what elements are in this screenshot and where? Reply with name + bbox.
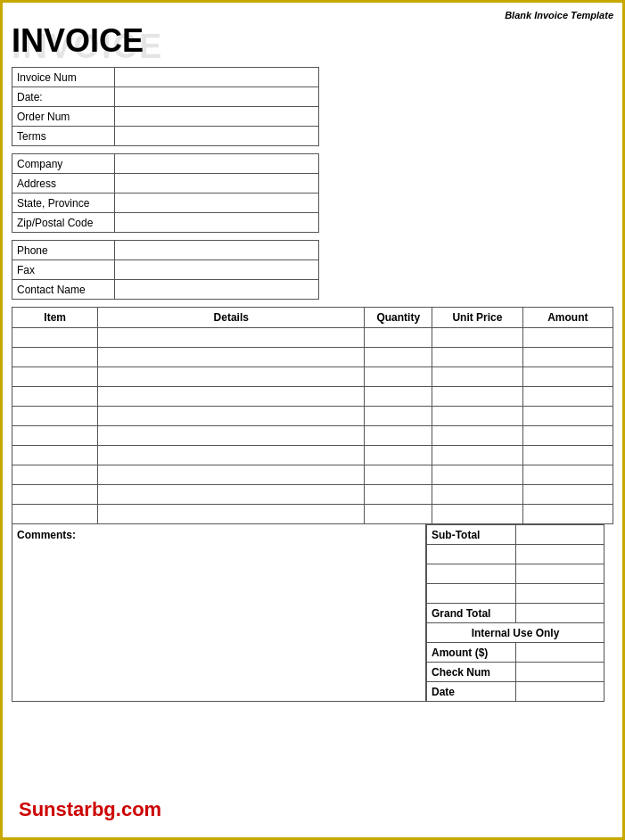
- item-cell[interactable]: [12, 348, 98, 367]
- totals-blank-label-2[interactable]: [427, 564, 516, 584]
- invoice-num-label: Invoice Num: [12, 68, 115, 87]
- date-label: Date:: [12, 87, 115, 107]
- comments-cell[interactable]: Comments:: [12, 524, 426, 702]
- table-row: Terms: [12, 127, 319, 146]
- amount-cell[interactable]: [522, 348, 613, 367]
- line-items-table: Item Details Quantity Unit Price Amount: [12, 307, 613, 524]
- qty-cell[interactable]: [365, 367, 432, 387]
- contact-name-value[interactable]: [114, 280, 318, 300]
- contact-section-table: Phone Fax Contact Name: [12, 240, 319, 300]
- totals-blank-value-3[interactable]: [515, 584, 604, 604]
- unit-price-cell[interactable]: [432, 387, 522, 407]
- terms-value[interactable]: [114, 127, 318, 146]
- zip-value[interactable]: [114, 213, 318, 233]
- totals-blank-value-1[interactable]: [515, 545, 604, 564]
- unit-price-cell[interactable]: [432, 426, 522, 446]
- order-num-value[interactable]: [114, 107, 318, 127]
- item-cell[interactable]: [12, 328, 98, 348]
- details-cell[interactable]: [98, 407, 365, 426]
- unit-price-cell[interactable]: [432, 348, 522, 367]
- fax-value[interactable]: [114, 260, 318, 280]
- table-row: Company: [12, 154, 319, 174]
- qty-cell[interactable]: [365, 485, 432, 505]
- address-value[interactable]: [114, 174, 318, 194]
- state-province-label: State, Province: [12, 194, 115, 213]
- phone-label: Phone: [12, 241, 115, 260]
- unit-price-cell[interactable]: [432, 328, 522, 348]
- item-cell[interactable]: [12, 367, 98, 387]
- qty-cell[interactable]: [365, 505, 432, 524]
- item-cell[interactable]: [12, 465, 98, 485]
- qty-cell[interactable]: [365, 387, 432, 407]
- details-cell[interactable]: [98, 348, 365, 367]
- unit-price-header: Unit Price: [432, 308, 522, 328]
- unit-price-cell[interactable]: [432, 485, 522, 505]
- table-row: [12, 387, 613, 407]
- details-header: Details: [98, 308, 365, 328]
- check-num-value[interactable]: [515, 663, 604, 682]
- totals-blank-row-2: [427, 564, 604, 584]
- amount-cell[interactable]: [522, 485, 613, 505]
- details-cell[interactable]: [98, 446, 365, 465]
- details-cell[interactable]: [98, 328, 365, 348]
- grand-total-row: Grand Total: [427, 604, 604, 623]
- invoice-num-value[interactable]: [114, 68, 318, 87]
- details-cell[interactable]: [98, 426, 365, 446]
- table-row: [12, 426, 613, 446]
- qty-cell[interactable]: [365, 348, 432, 367]
- amount-cell[interactable]: [522, 465, 613, 485]
- details-cell[interactable]: [98, 505, 365, 524]
- qty-cell[interactable]: [365, 328, 432, 348]
- item-cell[interactable]: [12, 485, 98, 505]
- amount-header: Amount: [522, 308, 613, 328]
- amount-label: Amount ($): [427, 643, 516, 663]
- table-row: Invoice Num: [12, 68, 319, 87]
- amount-row: Amount ($): [427, 643, 604, 663]
- item-cell[interactable]: [12, 505, 98, 524]
- unit-price-cell[interactable]: [432, 367, 522, 387]
- zip-label: Zip/Postal Code: [12, 213, 115, 233]
- internal-use-label: Internal Use Only: [427, 623, 604, 643]
- amount-value[interactable]: [515, 643, 604, 663]
- totals-blank-label-3[interactable]: [427, 584, 516, 604]
- totals-blank-row-1: [427, 545, 604, 564]
- amount-cell[interactable]: [522, 367, 613, 387]
- totals-blank-value-2[interactable]: [515, 564, 604, 584]
- totals-date-value[interactable]: [515, 682, 604, 702]
- item-cell[interactable]: [12, 446, 98, 465]
- amount-cell[interactable]: [522, 446, 613, 465]
- state-province-value[interactable]: [114, 194, 318, 213]
- qty-cell[interactable]: [365, 446, 432, 465]
- amount-cell[interactable]: [522, 387, 613, 407]
- totals-blank-label-1[interactable]: [427, 545, 516, 564]
- address-label: Address: [12, 174, 115, 194]
- qty-cell[interactable]: [365, 465, 432, 485]
- details-cell[interactable]: [98, 465, 365, 485]
- subtotal-value[interactable]: [515, 525, 604, 545]
- item-cell[interactable]: [12, 407, 98, 426]
- amount-cell[interactable]: [522, 505, 613, 524]
- amount-cell[interactable]: [522, 328, 613, 348]
- unit-price-cell[interactable]: [432, 505, 522, 524]
- phone-value[interactable]: [114, 241, 318, 260]
- unit-price-cell[interactable]: [432, 446, 522, 465]
- details-cell[interactable]: [98, 485, 365, 505]
- item-cell[interactable]: [12, 387, 98, 407]
- totals-date-row: Date: [427, 682, 604, 702]
- check-num-row: Check Num: [427, 663, 604, 682]
- contact-name-label: Contact Name: [12, 280, 115, 300]
- qty-cell[interactable]: [365, 407, 432, 426]
- unit-price-cell[interactable]: [432, 407, 522, 426]
- amount-cell[interactable]: [522, 426, 613, 446]
- details-cell[interactable]: [98, 367, 365, 387]
- item-cell[interactable]: [12, 426, 98, 446]
- unit-price-cell[interactable]: [432, 465, 522, 485]
- company-value[interactable]: [114, 154, 318, 174]
- details-cell[interactable]: [98, 387, 365, 407]
- table-row: [12, 367, 613, 387]
- qty-cell[interactable]: [365, 426, 432, 446]
- grand-total-value[interactable]: [515, 604, 604, 623]
- date-value[interactable]: [114, 87, 318, 107]
- amount-cell[interactable]: [522, 407, 613, 426]
- table-header-row: Item Details Quantity Unit Price Amount: [12, 308, 613, 328]
